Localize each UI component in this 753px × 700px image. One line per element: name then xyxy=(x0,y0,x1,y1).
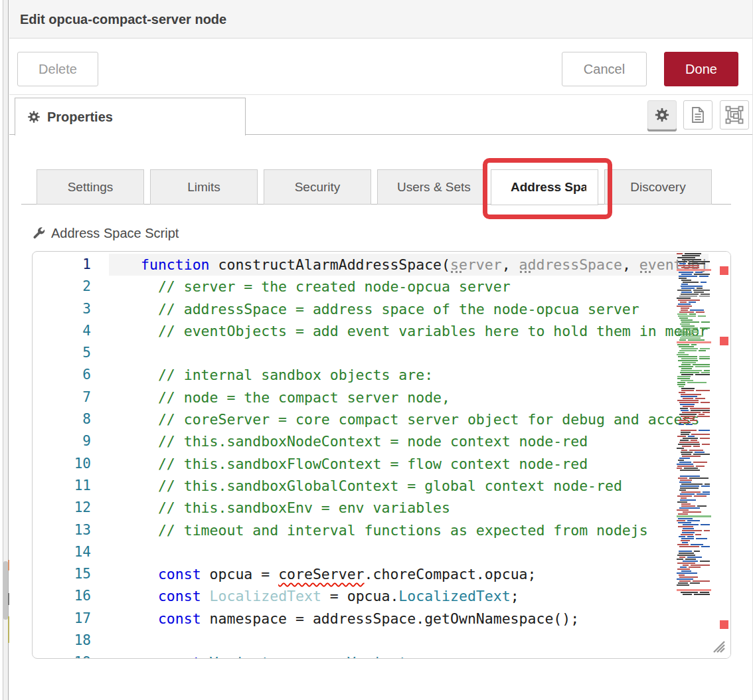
code-line[interactable]: // this.sandboxEnv = env variables xyxy=(109,497,709,519)
error-marker[interactable] xyxy=(720,337,728,345)
dialog-header: Edit opcua-compact-server node xyxy=(9,0,753,39)
tab-settings[interactable]: Settings xyxy=(37,169,144,205)
code-line[interactable]: // node = the compact server node, xyxy=(109,387,709,408)
code-line[interactable]: const opcua = coreServer.choreCompact.op… xyxy=(109,563,709,585)
code-line[interactable] xyxy=(109,541,709,563)
tab-properties[interactable]: Properties xyxy=(15,98,246,135)
gear-icon xyxy=(27,110,41,124)
code-line[interactable]: const LocalizedText = opcua.LocalizedTex… xyxy=(109,585,709,607)
cancel-button[interactable]: Cancel xyxy=(562,52,647,86)
overview-ruler[interactable] xyxy=(711,252,730,658)
properties-tab-label: Properties xyxy=(47,110,113,125)
appearance-icon xyxy=(725,106,744,124)
code-editor[interactable]: 12345678910111213141516171819 function c… xyxy=(32,251,731,659)
code-line[interactable]: function constructAlarmAddressSpace(serv… xyxy=(109,254,709,276)
document-icon xyxy=(690,106,706,124)
line-numbers: 12345678910111213141516171819 xyxy=(33,254,109,659)
appearance-view-button[interactable] xyxy=(720,100,749,130)
tab-address-space[interactable]: Address Space xyxy=(491,169,598,205)
code-line[interactable]: const namespace = addressSpace.getOwnNam… xyxy=(109,608,709,630)
page-scrollbar-rail xyxy=(0,0,9,700)
properties-view-button[interactable] xyxy=(647,100,677,130)
scrollbar-annotation xyxy=(8,616,9,643)
toolbar-divider xyxy=(9,94,753,95)
scrollbar-annotation xyxy=(8,593,9,605)
code-line[interactable]: // timeout and interval functions as exp… xyxy=(109,519,709,541)
tab-discovery[interactable]: Discovery xyxy=(604,169,712,205)
minimap[interactable] xyxy=(677,253,711,657)
code-line[interactable]: // this.sandboxGlobalContext = global co… xyxy=(109,475,709,497)
code-line[interactable]: // this.sandboxNodeContext = node contex… xyxy=(109,430,709,452)
code-line[interactable]: const Variant = opcua.Variant; xyxy=(109,652,709,658)
tab-users-sets[interactable]: Users & Sets xyxy=(377,169,485,205)
code-line[interactable]: // addressSpace = address space of the n… xyxy=(109,298,709,320)
error-marker[interactable] xyxy=(720,266,728,275)
dialog-title: Edit opcua-compact-server node xyxy=(20,0,226,39)
code-line[interactable]: // coreServer = core compact server obje… xyxy=(109,408,709,430)
code-line[interactable]: // this.sandboxFlowContext = flow contex… xyxy=(109,453,709,475)
gear-icon xyxy=(655,108,669,122)
address-space-script-label: Address Space Script xyxy=(32,226,179,241)
delete-button[interactable]: Delete xyxy=(17,52,98,86)
tab-limits[interactable]: Limits xyxy=(150,169,258,205)
description-view-button[interactable] xyxy=(683,100,712,130)
editor-resize-grip[interactable] xyxy=(711,639,726,654)
code-line[interactable]: // server = the created node-opcua serve… xyxy=(109,276,709,298)
error-marker[interactable] xyxy=(720,620,728,629)
tab-security[interactable]: Security xyxy=(264,169,371,205)
code-content[interactable]: function constructAlarmAddressSpace(serv… xyxy=(109,254,709,658)
edit-node-dialog: Edit opcua-compact-server node Delete Ca… xyxy=(0,0,753,700)
code-line[interactable] xyxy=(109,342,709,364)
code-line[interactable]: // eventObjects = add event variables he… xyxy=(109,320,709,342)
code-line[interactable]: // internal sandbox objects are: xyxy=(109,364,709,386)
scrollbar-thumb[interactable] xyxy=(3,561,8,620)
done-button[interactable]: Done xyxy=(664,52,738,86)
scrollbar-annotation xyxy=(8,560,9,570)
code-line[interactable] xyxy=(109,630,709,652)
wrench-icon xyxy=(32,226,46,240)
